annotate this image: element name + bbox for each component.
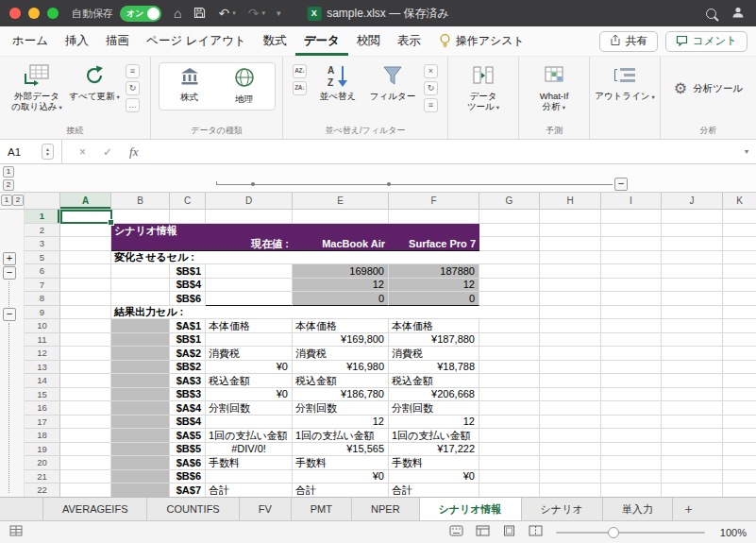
cell-B6[interactable]	[111, 264, 170, 279]
expand-formula-bar-icon[interactable]: ▾	[745, 147, 748, 156]
cell-D13[interactable]: ¥0	[206, 361, 293, 375]
cell-C14[interactable]: $A$3	[170, 374, 206, 388]
formula-input[interactable]	[138, 140, 756, 163]
reapply-filter-icon[interactable]: ↻	[424, 81, 438, 95]
cell-I3[interactable]	[601, 237, 662, 251]
filter-button[interactable]: フィルター	[366, 60, 419, 101]
cell-H17[interactable]	[540, 416, 601, 430]
cell-E15[interactable]: ¥186,780	[293, 388, 389, 402]
cell-I1[interactable]	[601, 210, 662, 224]
cell-A7[interactable]	[60, 279, 111, 293]
cell-B16[interactable]	[111, 401, 170, 416]
cell-E10[interactable]: 本体価格	[293, 319, 389, 333]
cell-H2[interactable]	[540, 224, 601, 238]
cell-K5[interactable]	[723, 251, 756, 265]
row-header-5[interactable]: 5	[25, 251, 60, 265]
cell-A9[interactable]	[60, 306, 111, 320]
cell-D19[interactable]: #DIV/0!	[206, 443, 293, 457]
cell-I9[interactable]	[601, 306, 662, 320]
cell-G9[interactable]	[479, 306, 540, 320]
row-header-17[interactable]: 17	[25, 416, 60, 430]
cell-G11[interactable]	[479, 333, 540, 348]
cell-G13[interactable]	[479, 361, 540, 375]
cell-I19[interactable]	[601, 443, 662, 457]
row-header-3[interactable]: 3	[25, 237, 60, 251]
cell-K9[interactable]	[723, 306, 756, 320]
column-header-B[interactable]: B	[111, 193, 170, 209]
cell-A22[interactable]	[60, 484, 111, 497]
home-icon[interactable]: ⌂	[174, 7, 181, 20]
cell-A6[interactable]	[60, 264, 111, 279]
cell-J9[interactable]	[662, 306, 723, 320]
row-header-22[interactable]: 22	[25, 484, 60, 497]
cell-H11[interactable]	[540, 333, 601, 348]
cell-J3[interactable]	[662, 237, 723, 251]
cell-D20[interactable]: 手数料	[206, 456, 293, 470]
cell-I20[interactable]	[601, 456, 662, 470]
cell-E20[interactable]: 手数料	[293, 456, 389, 470]
cell-D21[interactable]	[206, 470, 293, 484]
column-header-F[interactable]: F	[389, 193, 479, 209]
cell-C7[interactable]: $B$4	[170, 279, 206, 293]
cell-G18[interactable]	[479, 429, 540, 443]
cell-G20[interactable]	[479, 456, 540, 470]
cell-I15[interactable]	[601, 388, 662, 402]
cell-F13[interactable]: ¥18,788	[389, 361, 479, 375]
cell-J12[interactable]	[662, 347, 723, 361]
ribbon-tab-校閲[interactable]: 校閲	[348, 26, 389, 56]
row-header-11[interactable]: 11	[25, 333, 60, 348]
cell-I13[interactable]	[601, 361, 662, 375]
cell-A18[interactable]	[60, 429, 111, 443]
cell-F6[interactable]: 187880	[389, 264, 479, 279]
cell-B18[interactable]	[111, 429, 170, 443]
cell-B14[interactable]	[111, 374, 170, 388]
cell-J1[interactable]	[662, 210, 723, 224]
cell-B8[interactable]	[111, 292, 170, 306]
zoom-level[interactable]: 100%	[714, 527, 747, 538]
data-tools-button[interactable]: データ ツール▾	[454, 60, 512, 112]
sheet-tab-シナリオ情報[interactable]: シナリオ情報	[420, 498, 522, 520]
column-header-K[interactable]: K	[723, 193, 756, 209]
cell-I8[interactable]	[601, 292, 662, 306]
cell-C13[interactable]: $B$2	[170, 361, 206, 375]
cell-K13[interactable]	[723, 361, 756, 375]
sheet-tab-COUNTIFS[interactable]: COUNTIFS	[147, 498, 239, 520]
cell-E6[interactable]: 169800	[293, 264, 389, 279]
cell-E1[interactable]	[293, 210, 389, 224]
analysis-tools-button[interactable]: ⚙ 分析ツール	[674, 81, 743, 96]
cell-H21[interactable]	[540, 470, 601, 484]
cell-J11[interactable]	[662, 333, 723, 348]
cell-D11[interactable]	[206, 333, 293, 348]
cell-G16[interactable]	[479, 401, 540, 416]
cell-C17[interactable]: $B$4	[170, 416, 206, 430]
cell-D15[interactable]: ¥0	[206, 388, 293, 402]
cell-A14[interactable]	[60, 374, 111, 388]
cell-I11[interactable]	[601, 333, 662, 348]
expand-row-group-button[interactable]: +	[3, 252, 16, 265]
cell-A15[interactable]	[60, 388, 111, 402]
cell-F7[interactable]: 12	[389, 279, 479, 293]
cell-G5[interactable]	[479, 251, 540, 265]
cell-K6[interactable]	[723, 264, 756, 279]
name-box-stepper[interactable]: ▲▼	[42, 144, 54, 160]
cell-D18[interactable]: 1回の支払い金額	[206, 429, 293, 443]
cell-H7[interactable]	[540, 279, 601, 293]
row-header-10[interactable]: 10	[25, 319, 60, 333]
ribbon-tab-データ[interactable]: データ	[295, 26, 348, 56]
ribbon-tab-挿入[interactable]: 挿入	[57, 26, 97, 56]
cell-C22[interactable]: $A$7	[170, 484, 206, 497]
cell-H3[interactable]	[540, 237, 601, 251]
cell-F11[interactable]: ¥187,880	[389, 333, 479, 348]
column-header-D[interactable]: D	[206, 193, 293, 209]
cell-C16[interactable]: $A$4	[170, 401, 206, 416]
cell-H10[interactable]	[540, 319, 601, 333]
minimize-window-button[interactable]	[28, 8, 40, 19]
cell-G21[interactable]	[479, 470, 540, 484]
cell-G14[interactable]	[479, 374, 540, 388]
geography-data-type[interactable]: 地理	[220, 67, 269, 106]
cell-H18[interactable]	[540, 429, 601, 443]
zoom-slider[interactable]	[556, 532, 705, 534]
cell-G3[interactable]	[479, 237, 540, 251]
cell-K16[interactable]	[723, 401, 756, 416]
cell-A3[interactable]	[60, 237, 111, 251]
